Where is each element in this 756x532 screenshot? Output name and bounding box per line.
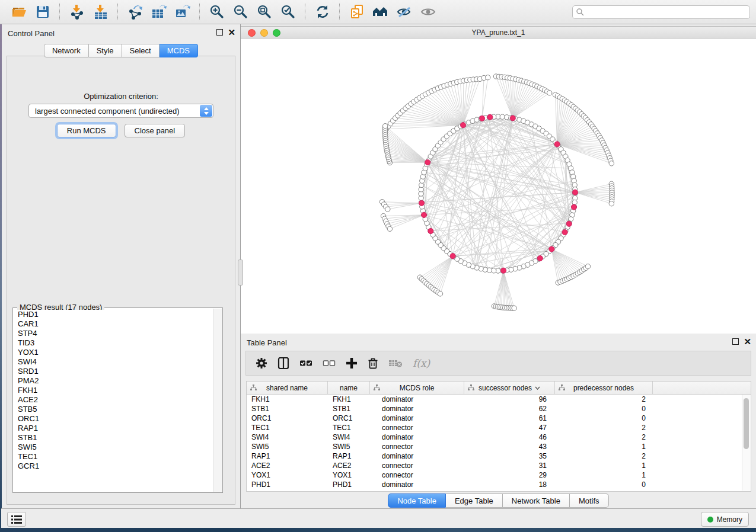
table-row[interactable]: STB1STB1dominator620 — [247, 404, 751, 414]
table-cell[interactable]: connector — [370, 461, 464, 470]
table-cell[interactable]: RAP1 — [328, 451, 370, 461]
mcds-result-item[interactable]: YOX1 — [14, 348, 214, 357]
window-minimize-icon[interactable] — [260, 29, 268, 37]
mcds-result-item[interactable]: STB1 — [14, 433, 214, 443]
graph-hub-node[interactable] — [562, 229, 567, 235]
table-cell[interactable]: STB1 — [247, 404, 328, 414]
table-cell[interactable]: 1 — [555, 470, 653, 480]
show-column-icon[interactable] — [277, 357, 289, 369]
graph-hub-node[interactable] — [419, 200, 424, 206]
table-row[interactable]: ACE2ACE2connector311 — [247, 461, 751, 470]
add-column-icon[interactable] — [346, 357, 358, 369]
tab-motifs[interactable]: Motifs — [570, 493, 609, 508]
table-cell[interactable]: 1 — [555, 442, 653, 451]
export-network-icon[interactable] — [125, 3, 145, 21]
mcds-result-item[interactable]: STP4 — [14, 329, 214, 338]
graph-hub-node[interactable] — [572, 190, 578, 195]
mcds-result-item[interactable]: SRD1 — [14, 367, 214, 376]
table-cell[interactable]: 62 — [464, 404, 555, 414]
table-scrollbar[interactable] — [742, 395, 750, 491]
table-cell[interactable]: SWI5 — [328, 442, 370, 451]
column-header-shared-name[interactable]: shared name — [247, 382, 328, 394]
tab-network[interactable]: Network — [44, 44, 89, 57]
panel-splitter-handle[interactable] — [238, 259, 243, 286]
tab-style[interactable]: Style — [89, 44, 122, 57]
node-table[interactable]: shared namenameMCDS rolesuccessor nodesp… — [246, 381, 751, 492]
table-cell[interactable]: 43 — [464, 442, 555, 451]
search-input[interactable] — [572, 5, 750, 19]
table-cell[interactable]: dominator — [370, 432, 464, 442]
table-cell[interactable]: 2 — [555, 395, 653, 404]
graph-leaf-node[interactable] — [585, 264, 590, 269]
column-header-successor-nodes[interactable]: successor nodes — [464, 382, 555, 394]
table-cell[interactable]: 29 — [464, 470, 555, 480]
table-cell[interactable]: STB1 — [328, 404, 370, 414]
table-row[interactable]: RAP1RAP1dominator352 — [247, 451, 751, 461]
run-mcds-button[interactable]: Run MCDS — [57, 124, 116, 137]
table-scrollbar-thumb[interactable] — [744, 398, 749, 449]
table-cell[interactable]: YOX1 — [247, 470, 328, 480]
window-maximize-icon[interactable] — [273, 29, 280, 37]
graph-hub-node[interactable] — [421, 212, 426, 217]
graph-hub-node[interactable] — [566, 221, 572, 226]
graph-hub-node[interactable] — [487, 114, 493, 120]
deselect-all-icon[interactable] — [323, 359, 336, 367]
mcds-result-item[interactable]: PHD1 — [14, 310, 214, 319]
float-panel-icon[interactable] — [732, 338, 739, 345]
graph-hub-node[interactable] — [428, 228, 433, 233]
table-cell[interactable]: 0 — [555, 414, 653, 423]
table-cell[interactable]: connector — [370, 442, 464, 451]
table-row[interactable]: SWI5SWI5connector431 — [247, 442, 751, 451]
table-cell[interactable]: 18 — [464, 480, 555, 489]
table-cell[interactable]: 2 — [555, 423, 653, 432]
zoom-fit-icon[interactable] — [254, 3, 275, 21]
tab-node-table[interactable]: Node Table — [388, 493, 446, 508]
zoom-in-icon[interactable] — [207, 3, 227, 21]
table-cell[interactable]: connector — [370, 423, 464, 432]
table-cell[interactable]: 1 — [555, 461, 653, 470]
graph-hub-node[interactable] — [571, 204, 576, 210]
mcds-result-list[interactable]: PHD1CAR1STP4TID3YOX1SWI4SRD1PMA2FKH1ACE2… — [14, 310, 214, 492]
import-table-icon[interactable] — [91, 3, 111, 21]
graph-leaf-node[interactable] — [385, 207, 390, 211]
refresh-icon[interactable] — [312, 3, 333, 21]
graph-hub-node[interactable] — [450, 254, 455, 259]
mcds-result-item[interactable]: PMA2 — [14, 376, 214, 386]
network-graph[interactable] — [241, 39, 756, 335]
graph-hub-node[interactable] — [460, 123, 465, 128]
window-close-icon[interactable] — [248, 29, 256, 37]
table-cell[interactable]: 47 — [464, 423, 555, 432]
mcds-result-item[interactable]: CAR1 — [14, 319, 214, 329]
mcds-result-item[interactable]: STB5 — [14, 405, 214, 414]
tab-edge-table[interactable]: Edge Table — [446, 493, 503, 508]
table-cell[interactable]: SWI5 — [247, 442, 328, 451]
mcds-result-item[interactable]: GCR1 — [14, 462, 214, 471]
graph-hub-node[interactable] — [501, 268, 506, 273]
graph-leaf-node[interactable] — [438, 291, 442, 296]
mcds-result-item[interactable]: RAP1 — [14, 424, 214, 433]
table-cell[interactable]: ORC1 — [328, 414, 370, 423]
close-panel-button[interactable]: Close panel — [125, 124, 186, 137]
zoom-selected-icon[interactable] — [278, 3, 298, 21]
table-row[interactable]: PHD1PHD1dominator180 — [247, 480, 751, 489]
table-cell[interactable]: ORC1 — [247, 414, 328, 423]
table-cell[interactable]: 2 — [555, 432, 653, 442]
mcds-result-scrollbar[interactable] — [213, 309, 222, 492]
table-cell[interactable]: SWI4 — [328, 432, 370, 442]
table-cell[interactable]: connector — [370, 470, 464, 480]
graph-hub-node[interactable] — [479, 116, 484, 121]
table-row[interactable]: FKH1FKH1dominator962 — [247, 395, 751, 404]
tab-select[interactable]: Select — [122, 44, 160, 57]
mcds-result-item[interactable]: TID3 — [14, 338, 214, 348]
table-cell[interactable]: PHD1 — [328, 480, 370, 489]
table-cell[interactable]: ACE2 — [247, 461, 328, 470]
table-cell[interactable]: dominator — [370, 395, 464, 404]
first-neighbors-icon[interactable] — [371, 3, 391, 21]
graph-leaf-node[interactable] — [387, 226, 392, 231]
select-all-icon[interactable] — [299, 359, 312, 367]
table-cell[interactable]: 35 — [464, 451, 555, 461]
mcds-result-item[interactable]: ACE2 — [14, 395, 214, 405]
mcds-result-item[interactable]: ORC1 — [14, 414, 214, 424]
table-cell[interactable]: dominator — [370, 480, 464, 489]
table-cell[interactable]: 0 — [555, 480, 653, 489]
